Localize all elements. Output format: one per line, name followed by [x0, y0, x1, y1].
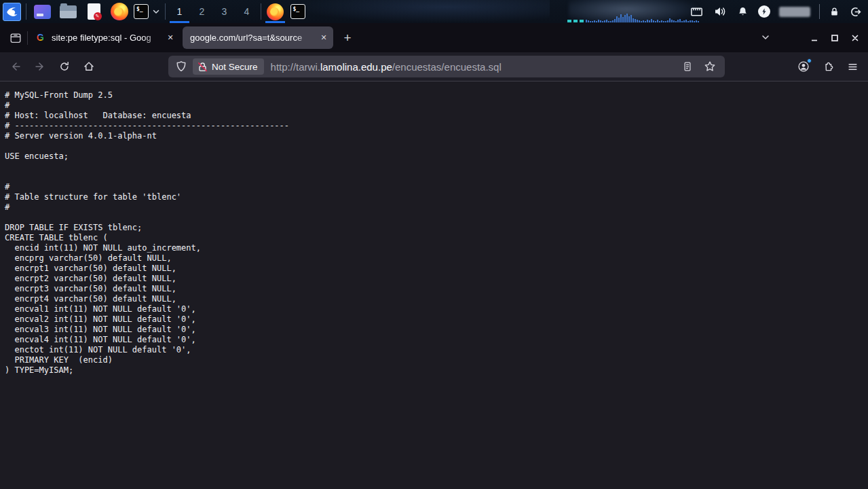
kali-logo-icon — [5, 4, 20, 19]
not-secure-badge[interactable]: Not Secure — [193, 58, 264, 75]
extensions-puzzle-icon[interactable] — [818, 56, 838, 77]
launcher-terminal[interactable]: $_ — [132, 0, 150, 23]
folder-icon — [60, 5, 77, 18]
url-domain: lamolina.edu.pe — [320, 61, 392, 73]
list-all-tabs-chevron-icon[interactable] — [756, 28, 775, 47]
taskbar-firefox-window[interactable] — [264, 0, 286, 23]
launcher-file-manager[interactable] — [55, 0, 81, 23]
desktop-taskbar: $_ 1 2 3 4 $_ — [0, 0, 868, 23]
launcher-dropdown-chevron-icon[interactable] — [150, 0, 162, 23]
volume-icon[interactable] — [713, 4, 728, 19]
tab-title: google.com/url?sa=t&source — [190, 33, 317, 43]
insecure-lock-icon — [196, 60, 209, 73]
not-secure-label: Not Secure — [212, 62, 258, 72]
workspace-3[interactable]: 3 — [213, 0, 235, 23]
firefox-icon — [111, 3, 128, 20]
tab-google-redirect-active[interactable]: google.com/url?sa=t&source ✕ — [183, 26, 333, 49]
browser-navigation-bar: Not Secure http://tarwi.lamolina.edu.pe/… — [0, 52, 868, 82]
terminal-icon: $_ — [134, 4, 149, 19]
lock-screen-icon[interactable] — [829, 6, 840, 18]
workspace-4[interactable]: 4 — [235, 0, 258, 23]
launcher-display-settings[interactable] — [29, 0, 55, 23]
document-edit-icon — [88, 3, 100, 20]
taskbar-terminal-window[interactable]: $_ — [286, 0, 309, 23]
url-scheme-subdomain: http://tarwi. — [271, 61, 320, 73]
forward-button[interactable] — [30, 56, 50, 77]
terminal-icon: $_ — [290, 4, 305, 19]
home-button[interactable] — [79, 56, 99, 77]
notifications-bell-icon[interactable] — [736, 5, 749, 18]
tab-google-search[interactable]: G site:pe filetype:sql - Goog ✕ — [28, 23, 180, 52]
tracking-protection-shield-icon[interactable] — [174, 60, 188, 73]
page-content: # MySQL-Front Dump 2.5 # # Host: localho… — [0, 82, 868, 489]
firefox-view-button[interactable] — [5, 28, 26, 48]
network-activity-graph — [567, 14, 699, 22]
tab-title: site:pe filetype:sql - Goog — [52, 33, 164, 43]
account-notification-dot — [807, 58, 812, 63]
window-app-icon — [34, 5, 51, 19]
url-path: /encuestas/encuesta.sql — [392, 61, 502, 73]
menu-hamburger-icon[interactable] — [842, 56, 863, 77]
taskbar-divider — [165, 3, 166, 20]
workspace-2[interactable]: 2 — [191, 0, 213, 23]
url-bar[interactable]: Not Secure http://tarwi.lamolina.edu.pe/… — [168, 56, 725, 77]
account-button[interactable] — [793, 56, 814, 77]
wallpaper-decor — [292, 0, 550, 23]
window-minimize-button[interactable] — [804, 28, 825, 48]
kali-menu-button[interactable] — [3, 3, 21, 21]
taskbar-divider — [819, 4, 820, 19]
power-manager-icon[interactable] — [758, 5, 770, 18]
launcher-text-editor[interactable] — [81, 0, 107, 23]
network-icon[interactable] — [690, 5, 704, 19]
workspace-1[interactable]: 1 — [168, 0, 191, 23]
window-close-button[interactable] — [845, 28, 865, 48]
tab-close-icon[interactable]: ✕ — [317, 31, 331, 45]
reload-button[interactable] — [54, 56, 75, 77]
workspace-switcher: 1 2 3 4 — [168, 0, 258, 23]
back-button[interactable] — [5, 56, 26, 77]
reader-mode-icon[interactable] — [679, 58, 696, 75]
sql-dump-text: # MySQL-Front Dump 2.5 # # Host: localho… — [0, 82, 868, 376]
google-favicon: G — [35, 32, 46, 43]
window-maximize-button[interactable] — [825, 28, 845, 48]
new-tab-button[interactable]: + — [338, 29, 357, 48]
launcher-firefox[interactable] — [107, 0, 132, 23]
logout-icon[interactable] — [849, 5, 862, 18]
browser-tab-bar: G site:pe filetype:sql - Goog ✕ google.c… — [0, 23, 868, 52]
tab-close-icon[interactable]: ✕ — [164, 31, 177, 45]
clock-widget[interactable] — [779, 7, 810, 17]
url-text: http://tarwi.lamolina.edu.pe/encuestas/e… — [271, 61, 502, 73]
taskbar-divider — [26, 3, 26, 20]
firefox-icon — [267, 3, 284, 20]
taskbar-divider — [261, 3, 261, 20]
bookmark-star-icon[interactable] — [702, 58, 718, 75]
